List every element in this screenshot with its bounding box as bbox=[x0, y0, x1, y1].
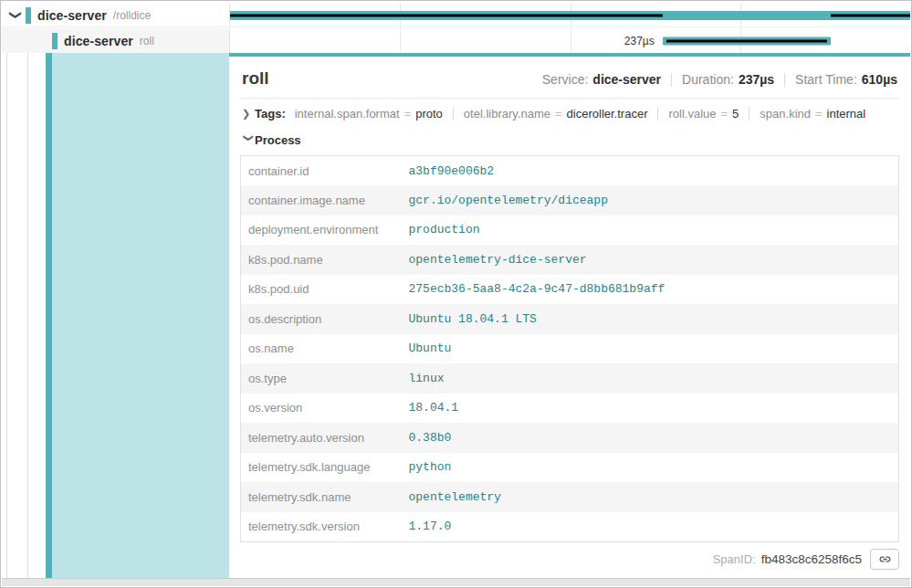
tag-key: internal.span.format bbox=[295, 107, 400, 121]
tag-equals: = bbox=[721, 107, 729, 121]
span-duration-label: 237µs bbox=[624, 35, 655, 47]
tag-value: 5 bbox=[732, 107, 739, 121]
timeline-gridline bbox=[400, 28, 401, 53]
meta-divider bbox=[784, 73, 785, 87]
process-kv-table: container.id a3bf90e006b2 container.imag… bbox=[240, 155, 899, 542]
tag-key: span.kind bbox=[760, 107, 811, 121]
tag-divider bbox=[453, 107, 454, 121]
process-key: telemetry.sdk.version bbox=[241, 512, 402, 542]
process-table-row: telemetry.sdk.name opentelemetry bbox=[241, 482, 899, 512]
service-color-bar bbox=[26, 7, 31, 24]
tag-value: internal bbox=[827, 107, 866, 121]
process-value: Ubuntu bbox=[402, 334, 899, 364]
process-table-row: os.name Ubuntu bbox=[241, 334, 899, 364]
tags-label: Tags: bbox=[255, 107, 286, 121]
process-key: k8s.pod.name bbox=[241, 245, 402, 275]
operation-name: roll bbox=[140, 35, 154, 47]
chevron-down-icon[interactable]: ❯ bbox=[9, 10, 23, 21]
critical-path-segment bbox=[230, 14, 663, 16]
tag-item: otel.library.name = diceroller.tracer bbox=[464, 107, 648, 121]
process-table-row: telemetry.auto.version 0.38b0 bbox=[241, 423, 899, 453]
span-detail-title: roll bbox=[242, 68, 269, 89]
tag-value: proto bbox=[415, 107, 443, 121]
process-key: os.description bbox=[241, 304, 402, 334]
process-key: container.image.name bbox=[241, 185, 402, 215]
tag-value: diceroller.tracer bbox=[567, 107, 648, 121]
meta-divider bbox=[671, 73, 672, 87]
deep-link-button[interactable] bbox=[870, 549, 899, 570]
span-detail-meta: Service: dice-server Duration: 237µs Sta… bbox=[542, 72, 897, 87]
process-key: os.name bbox=[241, 334, 402, 364]
process-value: python bbox=[402, 453, 899, 483]
process-value: a3bf90e006b2 bbox=[402, 156, 899, 186]
process-table-row: k8s.pod.name opentelemetry-dice-server bbox=[241, 245, 899, 275]
process-table-row: container.id a3bf90e006b2 bbox=[241, 156, 899, 186]
tree-indent-guide bbox=[6, 53, 7, 578]
process-key: k8s.pod.uid bbox=[241, 275, 402, 305]
timeline-gridline bbox=[571, 28, 571, 53]
tag-item: roll.value = 5 bbox=[668, 107, 739, 121]
chevron-down-icon[interactable]: ❯ bbox=[243, 134, 255, 147]
service-name: dice-server bbox=[64, 34, 133, 48]
process-value: opentelemetry bbox=[402, 482, 899, 512]
process-table-row: telemetry.sdk.language python bbox=[241, 453, 899, 483]
process-table-row: os.type linux bbox=[241, 363, 899, 394]
meta-label: Service: bbox=[542, 72, 589, 87]
process-table-row: os.description Ubuntu 18.04.1 LTS bbox=[241, 304, 899, 334]
process-label: Process bbox=[255, 133, 301, 147]
service-color-bar bbox=[52, 33, 58, 49]
span-detail-header: roll Service: dice-server Duration: 237µ… bbox=[240, 57, 899, 99]
span-detail-footer: SpanID: fb483c8c6258f6c5 bbox=[240, 542, 899, 576]
process-key: os.version bbox=[241, 394, 402, 424]
tag-item: span.kind = internal bbox=[760, 107, 865, 121]
chevron-right-icon[interactable]: ❯ bbox=[242, 108, 255, 120]
tag-item: internal.span.format = proto bbox=[295, 107, 443, 121]
service-name: dice-server bbox=[37, 8, 107, 23]
page-bottom-strip bbox=[2, 578, 910, 586]
span-row-roll[interactable]: dice-server roll 237µs bbox=[2, 28, 910, 53]
span-timeline: 237µs bbox=[229, 28, 910, 53]
tag-divider bbox=[657, 107, 658, 121]
critical-path-segment bbox=[831, 14, 910, 16]
spanid-value: fb483c8c6258f6c5 bbox=[761, 552, 862, 566]
spanid-label: SpanID: bbox=[713, 552, 756, 566]
process-accordian[interactable]: ❯ Process bbox=[240, 125, 899, 152]
tag-equals: = bbox=[815, 107, 823, 121]
meta-value: 237µs bbox=[739, 72, 774, 87]
span-timeline bbox=[229, 4, 910, 26]
tag-key: otel.library.name bbox=[464, 107, 550, 121]
process-value: gcr.io/opentelemetry/diceapp bbox=[402, 185, 899, 215]
process-value: linux bbox=[402, 363, 899, 394]
span-detail-panel: roll Service: dice-server Duration: 237µ… bbox=[229, 53, 910, 578]
process-value: 18.04.1 bbox=[402, 394, 899, 424]
process-key: container.id bbox=[241, 156, 402, 186]
tags-summary-list: internal.span.format = proto otel.librar… bbox=[295, 107, 866, 121]
tag-equals: = bbox=[555, 107, 562, 121]
tree-indent-guide bbox=[27, 53, 28, 578]
detail-row-gutter bbox=[2, 53, 229, 578]
critical-path-segment bbox=[666, 39, 828, 42]
process-key: deployment.environment bbox=[241, 215, 402, 246]
detail-accent-bar bbox=[46, 53, 52, 578]
process-key: telemetry.sdk.language bbox=[241, 453, 402, 483]
meta-value: dice-server bbox=[592, 72, 661, 87]
process-value: opentelemetry-dice-server bbox=[402, 245, 899, 275]
process-value: production bbox=[402, 215, 899, 246]
tag-key: roll.value bbox=[668, 107, 716, 121]
process-value: Ubuntu 18.04.1 LTS bbox=[402, 304, 899, 334]
process-key: telemetry.sdk.name bbox=[241, 482, 402, 512]
process-table-row: telemetry.sdk.version 1.17.0 bbox=[241, 512, 899, 542]
process-table-row: k8s.pod.uid 275ecb36-5aa8-4c2a-9c47-d8bb… bbox=[241, 275, 899, 305]
span-name-column[interactable]: dice-server roll bbox=[2, 28, 229, 53]
span-name-column[interactable]: ❯ dice-server /rolldice bbox=[2, 4, 229, 26]
process-value: 1.17.0 bbox=[402, 512, 899, 542]
link-icon bbox=[878, 552, 892, 566]
meta-label: Start Time: bbox=[795, 72, 857, 87]
process-table-row: container.image.name gcr.io/opentelemetr… bbox=[241, 185, 899, 215]
meta-label: Duration: bbox=[682, 72, 734, 87]
span-row-rolldice[interactable]: ❯ dice-server /rolldice bbox=[2, 4, 910, 27]
tags-accordian[interactable]: ❯ Tags: internal.span.format = proto ote… bbox=[240, 99, 899, 125]
operation-name: /rolldice bbox=[113, 9, 151, 22]
process-value: 0.38b0 bbox=[402, 423, 899, 453]
process-value: 275ecb36-5aa8-4c2a-9c47-d8bb681b9aff bbox=[402, 275, 899, 305]
